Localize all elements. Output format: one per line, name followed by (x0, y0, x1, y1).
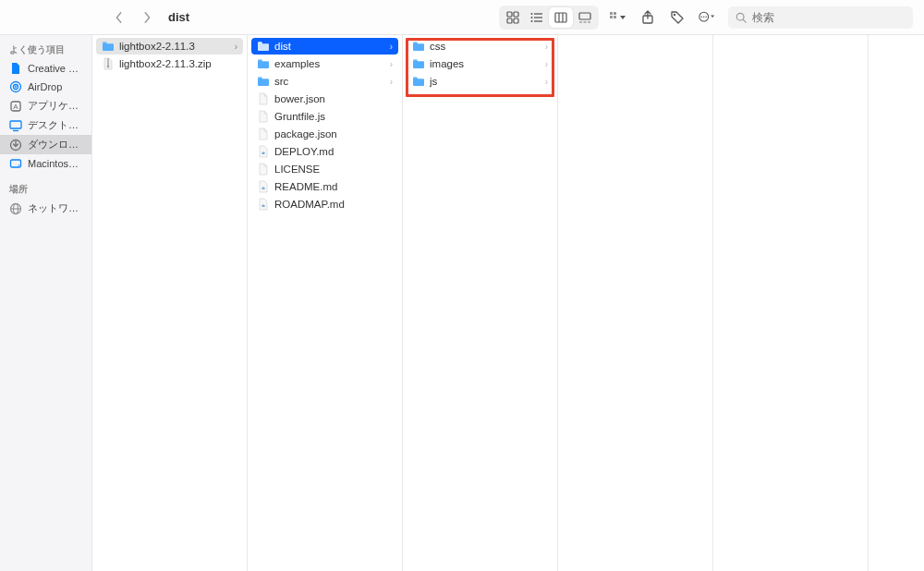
folder-item[interactable]: src› (251, 73, 398, 90)
sidebar-item[interactable]: ネットワーク (0, 199, 91, 218)
desktop-icon (9, 119, 22, 132)
column (558, 35, 713, 571)
item-name: DEPLOY.md (274, 146, 393, 157)
svg-rect-42 (107, 58, 109, 66)
svg-rect-34 (10, 121, 21, 128)
tag-button[interactable] (669, 9, 686, 26)
sidebar-item[interactable]: Macintosh HD (0, 154, 91, 173)
list-view-button[interactable] (525, 7, 549, 28)
chevron-right-icon: › (390, 42, 393, 52)
disk-icon (9, 157, 22, 170)
chevron-right-icon: › (545, 42, 548, 52)
share-button[interactable] (639, 9, 656, 26)
item-name: LICENSE (274, 164, 393, 175)
svg-point-44 (262, 152, 264, 154)
svg-rect-18 (614, 12, 616, 15)
folder-icon (412, 75, 425, 88)
file-item[interactable]: lightbox2-2.11.3.zip (96, 55, 243, 72)
item-name: bower.json (274, 93, 393, 104)
file-item[interactable]: README.md (251, 178, 398, 195)
back-button[interactable] (113, 11, 126, 24)
column: dist›examples›src›bower.jsonGruntfile.js… (248, 35, 403, 571)
svg-rect-19 (610, 16, 613, 18)
file-icon (257, 92, 270, 105)
file-item[interactable]: LICENSE (251, 161, 398, 177)
svg-point-26 (705, 16, 706, 17)
gallery-view-button[interactable] (573, 7, 597, 28)
file-item[interactable]: ROADMAP.md (251, 196, 398, 213)
column: css›images›js› (403, 35, 558, 571)
svg-point-22 (674, 13, 675, 15)
folder-icon (257, 57, 270, 70)
svg-rect-16 (588, 21, 590, 23)
svg-rect-17 (610, 12, 613, 15)
search-box[interactable] (728, 6, 913, 29)
svg-point-8 (531, 17, 533, 18)
svg-point-24 (701, 16, 702, 17)
md-icon (257, 198, 270, 211)
column-view-button[interactable] (549, 7, 573, 28)
group-by-button[interactable] (610, 9, 626, 26)
folder-item[interactable]: dist› (251, 38, 398, 55)
svg-point-7 (531, 13, 533, 15)
sidebar-item[interactable]: デスクトップ (0, 115, 91, 135)
folder-item[interactable]: lightbox2-2.11.3› (96, 38, 243, 55)
column (713, 35, 869, 571)
action-menu-button[interactable] (699, 9, 715, 26)
sidebar-item[interactable]: Aアプリケーシ… (0, 96, 91, 115)
file-item[interactable]: Gruntfile.js (251, 108, 398, 125)
forward-button[interactable] (140, 11, 153, 24)
sidebar-item[interactable]: AirDrop (0, 78, 91, 96)
svg-rect-3 (514, 18, 518, 23)
item-name: README.md (274, 181, 393, 192)
file-icon (257, 163, 270, 176)
item-name: dist (274, 41, 385, 52)
airdrop-icon (9, 80, 22, 93)
sidebar: よく使う項目Creative Clo...AirDropAアプリケーシ…デスクト… (0, 35, 92, 571)
chevron-right-icon: › (545, 77, 548, 87)
chevron-right-icon: › (545, 59, 548, 69)
icon-view-button[interactable] (501, 7, 525, 28)
column-browser: lightbox2-2.11.3›lightbox2-2.11.3.zipdis… (92, 35, 924, 571)
sidebar-item-label: AirDrop (28, 81, 62, 92)
item-name: lightbox2-2.11.3 (119, 41, 230, 52)
folder-icon (257, 75, 270, 88)
sidebar-item-label: Macintosh HD (28, 158, 82, 169)
file-item[interactable]: DEPLOY.md (251, 143, 398, 160)
sidebar-section-title: よく使う項目 (0, 41, 91, 59)
toolbar: dist (0, 0, 924, 35)
folder-icon (257, 40, 270, 53)
folder-item[interactable]: css› (407, 38, 553, 55)
chevron-right-icon: › (390, 77, 393, 87)
svg-text:A: A (13, 103, 18, 111)
sidebar-item-label: Creative Clo... (28, 63, 82, 74)
sidebar-section-title: 場所 (0, 180, 91, 199)
chevron-right-icon: › (390, 59, 393, 69)
search-input[interactable] (752, 11, 906, 24)
sidebar-item-label: アプリケーシ… (28, 99, 82, 113)
svg-point-31 (15, 86, 17, 88)
network-icon (9, 202, 22, 215)
folder-item[interactable]: examples› (251, 55, 398, 72)
svg-rect-10 (555, 13, 566, 22)
column: lightbox2-2.11.3›lightbox2-2.11.3.zip (92, 35, 248, 571)
item-name: js (430, 76, 541, 87)
doc-icon (9, 62, 22, 75)
file-item[interactable]: package.json (251, 126, 398, 142)
file-item[interactable]: bower.json (251, 91, 398, 107)
sidebar-item[interactable]: Creative Clo... (0, 59, 91, 78)
folder-item[interactable]: images› (407, 55, 553, 72)
folder-item[interactable]: js› (407, 73, 553, 90)
svg-point-45 (262, 188, 264, 189)
svg-rect-15 (584, 21, 587, 23)
item-name: images (430, 58, 541, 69)
folder-icon (102, 40, 115, 53)
view-mode-group (499, 6, 599, 30)
sidebar-item[interactable]: ダウンロード (0, 135, 91, 154)
md-icon (257, 180, 270, 193)
chevron-right-icon: › (235, 42, 237, 52)
item-name: package.json (274, 128, 393, 140)
item-name: ROADMAP.md (274, 199, 393, 210)
file-icon (257, 128, 270, 140)
sidebar-item-label: ダウンロード (28, 138, 82, 152)
